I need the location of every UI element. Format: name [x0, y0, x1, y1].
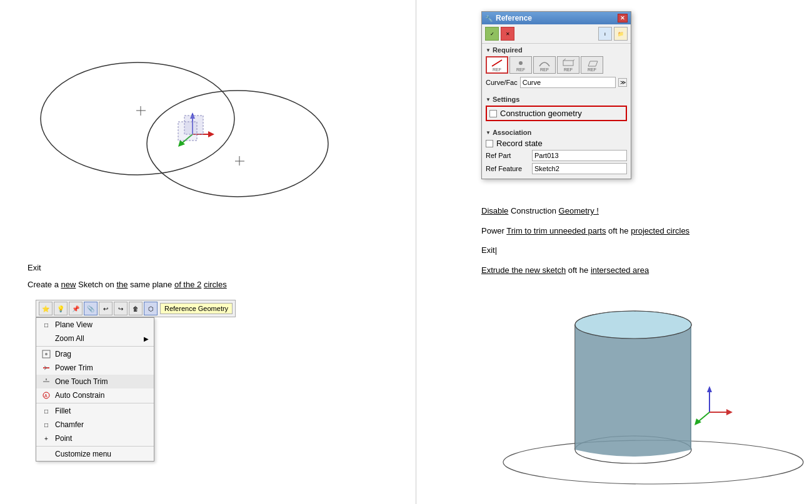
menu-item-power-trim[interactable]: Power Trim — [36, 361, 154, 375]
menu-item-chamfer-label: Chamfer — [55, 420, 84, 429]
text-line-2: Power Trim to trim unneeded parts oft he… — [481, 225, 812, 237]
ref-btn-1[interactable]: REF — [486, 56, 508, 74]
ref-part-label: Ref Part — [486, 152, 529, 159]
settings-section: ▼ Settings Construction geometry — [482, 93, 631, 126]
toolbar-btn-refgeom[interactable]: ⬡ — [144, 302, 158, 315]
dialog-titlebar: 🔧 Reference ✕ — [482, 12, 631, 24]
menu-item-fillet-label: Fillet — [55, 407, 71, 415]
menu-item-point[interactable]: + Point — [36, 432, 154, 445]
text-area: Disable Construction Geometry ! Power Tr… — [481, 205, 812, 284]
menu-item-auto-constrain[interactable]: A Auto Constrain — [36, 388, 154, 402]
cylinder-svg — [478, 281, 812, 487]
svg-point-1 — [147, 91, 328, 197]
association-triangle: ▼ — [486, 130, 491, 136]
ref-btn-2[interactable]: REF — [509, 56, 532, 74]
menu-item-one-touch-trim[interactable]: One Touch Trim — [36, 375, 154, 388]
menu-item-auto-constrain-label: Auto Constrain — [55, 391, 104, 400]
svg-point-0 — [41, 62, 234, 175]
menu-item-point-label: Point — [55, 434, 72, 443]
settings-section-header: ▼ Settings — [486, 96, 627, 103]
menu-separator-1 — [36, 346, 154, 347]
menu-item-customize-label: Customize menu — [55, 450, 111, 458]
canvas-svg — [0, 0, 416, 250]
required-triangle: ▼ — [486, 47, 491, 53]
customize-icon — [41, 449, 51, 459]
ref-part-input[interactable] — [532, 150, 627, 161]
plane-view-icon: □ — [41, 320, 51, 330]
dialog-folder-button[interactable]: 📁 — [614, 27, 628, 41]
exit-label: Exit — [28, 263, 41, 272]
ref-feature-row: Ref Feature — [486, 163, 627, 174]
svg-line-21 — [492, 60, 502, 66]
settings-triangle: ▼ — [486, 97, 491, 102]
expand-button[interactable]: ≫ — [618, 78, 627, 87]
menu-item-drag[interactable]: Drag — [36, 347, 154, 361]
svg-marker-26 — [588, 61, 598, 66]
svg-text:A: A — [44, 393, 48, 398]
required-section: ▼ Required REF REF — [482, 44, 631, 93]
menu-item-drag-label: Drag — [55, 350, 71, 358]
svg-marker-9 — [208, 131, 214, 137]
construction-geometry-checkbox[interactable] — [489, 110, 497, 117]
ref-feature-label: Ref Feature — [486, 165, 529, 172]
dialog-toolbar: ✓ ✕ i 📁 — [482, 24, 631, 44]
svg-marker-36 — [726, 409, 733, 415]
ref-btn-5[interactable]: REF — [581, 56, 603, 74]
ref-btn-4[interactable]: REF — [557, 56, 579, 74]
svg-point-32 — [575, 311, 691, 338]
settings-label: Settings — [493, 96, 519, 103]
toolbar-btn-redo[interactable]: ↪ — [114, 302, 128, 315]
dialog-ok-button[interactable]: ✓ — [485, 27, 499, 41]
menu-item-chamfer[interactable]: □ Chamfer — [36, 418, 154, 432]
svg-rect-23 — [563, 61, 573, 66]
ref-part-row: Ref Part — [486, 150, 627, 161]
fillet-icon: □ — [41, 406, 51, 416]
menu-item-one-touch-trim-label: One Touch Trim — [55, 377, 108, 386]
zoom-all-icon — [41, 334, 51, 343]
ref-feature-input[interactable] — [532, 163, 627, 174]
create-sketch-text: Create a new Sketch on the same plane of… — [28, 280, 227, 289]
record-state-label: Record state — [496, 139, 543, 148]
svg-line-37 — [698, 412, 709, 422]
toolbar-btn-undo[interactable]: ↩ — [99, 302, 113, 315]
menu-item-plane-view[interactable]: □ Plane View — [36, 318, 154, 332]
menu-separator-2 — [36, 403, 154, 403]
svg-point-15 — [45, 353, 48, 355]
toolbar-btn-delete[interactable]: 🗑 — [129, 302, 143, 315]
svg-marker-34 — [707, 386, 712, 392]
svg-line-25 — [573, 59, 574, 61]
auto-constrain-icon: A — [41, 390, 51, 400]
menu-separator-3 — [36, 446, 154, 447]
chamfer-icon: □ — [41, 420, 51, 430]
zoom-all-arrow: ▶ — [144, 335, 149, 342]
menu-item-plane-view-label: Plane View — [55, 320, 93, 329]
text-line-4: Extrude the new sketch oft he intersecte… — [481, 264, 812, 277]
menu-item-customize[interactable]: Customize menu — [36, 447, 154, 461]
menu-item-zoom-all-label: Zoom All — [55, 334, 84, 343]
toolbar-btn-2[interactable]: 💡 — [54, 302, 68, 315]
dialog-close-button[interactable]: ✕ — [618, 14, 628, 22]
dialog-title-text: Reference — [496, 14, 532, 22]
toolbar-btn-3[interactable]: 📌 — [69, 302, 83, 315]
toolbar-btn-ref[interactable]: 📎 — [84, 302, 98, 315]
required-label: Required — [493, 46, 523, 54]
construction-geometry-label: Construction geometry — [500, 109, 582, 118]
ref-buttons-row: REF REF REF — [486, 56, 627, 74]
dialog-cancel-button[interactable]: ✕ — [501, 27, 514, 41]
dialog-info-button[interactable]: i — [598, 27, 612, 41]
curve-input[interactable] — [520, 77, 616, 88]
association-label: Association — [493, 129, 531, 136]
association-section-header: ▼ Association — [486, 129, 627, 136]
record-state-row: Record state — [486, 139, 627, 148]
point-icon: + — [41, 433, 51, 443]
svg-point-22 — [519, 61, 523, 65]
ref-btn-3[interactable]: REF — [533, 56, 556, 74]
toolbar-btn-1[interactable]: ⭐ — [39, 302, 53, 315]
menu-item-zoom-all[interactable]: Zoom All ▶ — [36, 332, 154, 345]
menu-item-fillet[interactable]: □ Fillet — [36, 404, 154, 418]
context-menu: □ Plane View Zoom All ▶ Drag — [36, 317, 154, 462]
record-state-checkbox[interactable] — [486, 140, 493, 147]
reference-dialog: 🔧 Reference ✕ ✓ ✕ i 📁 ▼ Required — [481, 11, 631, 179]
power-trim-icon — [41, 363, 51, 373]
construction-geometry-row: Construction geometry — [486, 106, 627, 121]
